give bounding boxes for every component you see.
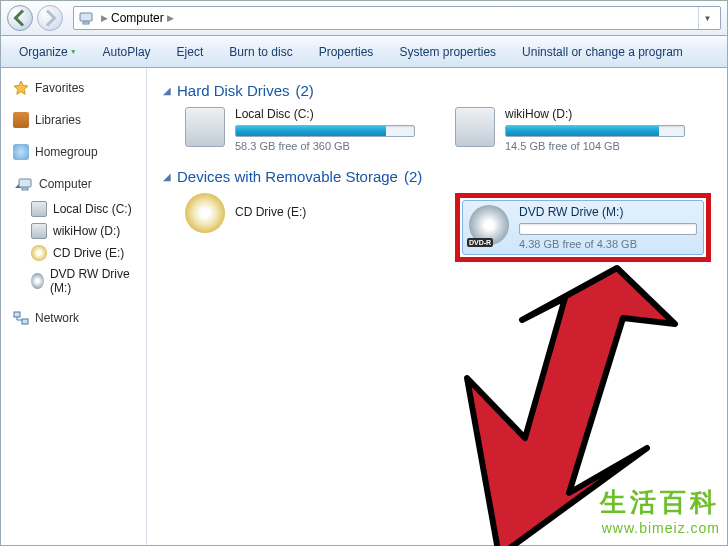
nav-back-button[interactable] [7,5,33,31]
svg-rect-5 [22,319,28,324]
group-label: Devices with Removable Storage [177,168,398,185]
capacity-bar [505,125,685,137]
watermark-text-cn: 生活百科 [600,485,720,520]
drive-free: 58.3 GB free of 360 GB [235,140,415,152]
capacity-bar [235,125,415,137]
drive-icon [31,223,47,239]
sidebar-item-label: Local Disc (C:) [53,202,132,216]
drive-icon [31,201,47,217]
collapse-icon[interactable]: ◢ [163,85,171,96]
drive-dvd-m[interactable]: DVD-R DVD RW Drive (M:) 4.38 GB free of … [462,200,704,255]
svg-rect-1 [83,22,89,24]
drive-wikihow-d[interactable]: wikiHow (D:) 14.5 GB free of 104 GB [455,107,685,152]
organize-button[interactable]: Organize [7,41,89,63]
sidebar-item-wikihow[interactable]: wikiHow (D:) [1,220,146,242]
sidebar-favorites[interactable]: Favorites [1,76,146,100]
watermark: 生活百科 www.bimeiz.com [600,485,720,536]
drive-name: Local Disc (C:) [235,107,415,121]
hdd-icon [185,107,225,147]
sidebar-label: Network [35,311,79,325]
group-label: Hard Disk Drives [177,82,290,99]
network-icon [13,310,29,326]
system-properties-button[interactable]: System properties [387,41,508,63]
disc-icon [31,245,47,261]
homegroup-icon [13,144,29,160]
drive-cd-e[interactable]: CD Drive (E:) [185,193,415,262]
address-dropdown-button[interactable]: ▼ [698,7,716,29]
content-pane: ◢ Hard Disk Drives (2) Local Disc (C:) 5… [147,68,727,545]
computer-icon [17,176,33,192]
sidebar-libraries[interactable]: Libraries [1,108,146,132]
svg-rect-3 [22,188,28,190]
group-header-hdd[interactable]: ◢ Hard Disk Drives (2) [163,82,711,99]
sidebar-label: Favorites [35,81,84,95]
toolbar: Organize AutoPlay Eject Burn to disc Pro… [0,36,728,68]
address-bar[interactable]: ▶ Computer ▶ ▼ [73,6,721,30]
breadcrumb-item[interactable]: Computer [111,11,164,25]
sidebar-item-label: wikiHow (D:) [53,224,120,238]
nav-forward-button[interactable] [37,5,63,31]
sidebar-network[interactable]: Network [1,306,146,330]
sidebar: Favorites Libraries Homegroup ◢ Computer… [1,68,147,545]
computer-icon [78,10,94,26]
drive-local-disc-c[interactable]: Local Disc (C:) 58.3 GB free of 360 GB [185,107,415,152]
group-count: (2) [296,82,314,99]
collapse-icon[interactable]: ◢ [163,171,171,182]
sidebar-label: Computer [39,177,92,191]
svg-rect-2 [19,179,31,187]
libraries-icon [13,112,29,128]
group-count: (2) [404,168,422,185]
main-area: Favorites Libraries Homegroup ◢ Computer… [0,68,728,546]
svg-rect-4 [14,312,20,317]
sidebar-item-label: DVD RW Drive (M:) [50,267,134,295]
dvdr-badge: DVD-R [467,238,493,247]
drive-free: 14.5 GB free of 104 GB [505,140,685,152]
star-icon [13,80,29,96]
properties-button[interactable]: Properties [307,41,386,63]
burn-button[interactable]: Burn to disc [217,41,304,63]
sidebar-item-cd-drive[interactable]: CD Drive (E:) [1,242,146,264]
sidebar-item-dvd-drive[interactable]: DVD RW Drive (M:) [1,264,146,298]
disc-icon [31,273,44,289]
sidebar-label: Homegroup [35,145,98,159]
titlebar: ▶ Computer ▶ ▼ [0,0,728,36]
annotation-highlight-box: DVD-R DVD RW Drive (M:) 4.38 GB free of … [455,193,711,262]
drive-name: CD Drive (E:) [235,205,415,219]
sidebar-label: Libraries [35,113,81,127]
group-header-removable[interactable]: ◢ Devices with Removable Storage (2) [163,168,711,185]
eject-button[interactable]: Eject [165,41,216,63]
hdd-icon [455,107,495,147]
breadcrumb-sep-icon: ▶ [101,13,108,23]
sidebar-item-local-disc[interactable]: Local Disc (C:) [1,198,146,220]
svg-rect-0 [80,13,92,21]
breadcrumb-sep-icon: ▶ [167,13,174,23]
uninstall-button[interactable]: Uninstall or change a program [510,41,695,63]
sidebar-computer[interactable]: ◢ Computer [1,172,146,196]
dvd-icon: DVD-R [469,205,509,245]
capacity-bar [519,223,697,235]
sidebar-homegroup[interactable]: Homegroup [1,140,146,164]
cd-icon [185,193,225,233]
drive-name: DVD RW Drive (M:) [519,205,697,219]
drive-name: wikiHow (D:) [505,107,685,121]
drive-free: 4.38 GB free of 4.38 GB [519,238,697,250]
sidebar-item-label: CD Drive (E:) [53,246,124,260]
autoplay-button[interactable]: AutoPlay [91,41,163,63]
watermark-url: www.bimeiz.com [600,520,720,536]
